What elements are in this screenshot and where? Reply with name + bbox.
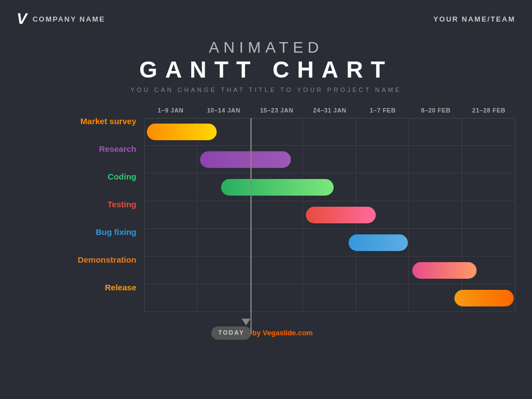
column-headers: 1–9 JAN10–14 JAN15–23 JAN24–31 JAN1–7 FE… [144,107,515,114]
grid-cell-6-2 [250,284,303,311]
footer: Template by Vegaslide.com [0,329,532,337]
grid-cell-1-5 [409,146,462,173]
title-subtitle: YOU CAN CHANGE THAT TITLE TO YOUR PROJEC… [0,86,532,93]
grid-cell-5-6 [462,257,515,284]
task-label-row-1: Research [17,135,144,162]
grid-cell-0-5 [409,119,462,145]
grid-cell-3-3 [303,201,356,228]
grid-cell-1-0 [145,146,197,173]
task-labels: Market surveyResearchCodingTestingBug fi… [17,107,144,312]
grid-cell-3-5 [409,201,462,228]
grid-row-3 [145,201,515,229]
title-line1: ANIMATED [0,39,532,57]
col-header-3: 24–31 JAN [303,107,356,114]
task-label-row-4: Bug fixing [17,218,144,245]
grid-cell-5-5 [409,257,462,284]
grid-cell-3-2 [250,201,303,228]
col-header-5: 8–20 FEB [410,107,463,114]
grid-cell-1-1 [197,146,250,173]
task-label-row-0: Market survey [17,107,144,135]
grid-cell-4-3 [303,229,356,256]
grid-cell-6-4 [356,284,409,311]
grid-rows: TODAY [144,118,515,312]
grid-cell-6-5 [409,284,462,311]
grid-cell-4-0 [145,229,197,256]
grid-cell-2-2 [250,173,303,201]
col-header-6: 21–28 FEB [462,107,515,114]
grid-cell-4-5 [409,229,462,256]
chart-container: Market surveyResearchCodingTestingBug fi… [17,107,515,312]
task-label-row-3: Testing [17,190,144,218]
grid-cell-1-4 [356,146,409,173]
grid-cell-2-6 [462,173,515,201]
task-label-3: Testing [108,200,136,209]
grid-cell-3-6 [462,201,515,228]
grid-cell-6-6 [462,284,515,311]
task-label-5: Demonstration [78,255,136,264]
chart-grid-area: 1–9 JAN10–14 JAN15–23 JAN24–31 JAN1–7 FE… [144,107,515,312]
grid-row-5 [145,257,515,284]
grid-cell-0-0 [145,119,197,145]
grid-cell-2-3 [303,173,356,201]
footer-text: Template by [219,329,263,337]
grid-cell-3-1 [197,201,250,228]
logo-area: V COMPANY NAME [17,10,105,28]
grid-cell-1-2 [250,146,303,173]
title-section: ANIMATED GANTT CHART YOU CAN CHANGE THAT… [0,28,532,99]
task-label-row-2: Coding [17,162,144,190]
title-line2: GANTT CHART [0,57,532,83]
task-label-4: Bug fixing [96,227,136,237]
grid-cell-6-3 [303,284,356,311]
grid-cell-2-0 [145,173,197,201]
grid-cell-0-3 [303,119,356,145]
footer-brand: Vegaslide.com [263,329,313,337]
company-name: COMPANY NAME [33,15,105,23]
grid-cell-0-6 [462,119,515,145]
grid-cell-4-4 [356,229,409,256]
col-header-1: 10–14 JAN [197,107,250,114]
grid-row-4 [145,229,515,257]
grid-cell-0-2 [250,119,303,145]
grid-cell-5-2 [250,257,303,284]
grid-cell-0-4 [356,119,409,145]
grid-cell-0-1 [197,119,250,145]
task-label-row-6: Release [17,273,144,301]
grid-cell-5-4 [356,257,409,284]
col-header-2: 15–23 JAN [250,107,303,114]
grid-cell-6-0 [145,284,197,311]
team-name: YOUR NAME/TEAM [433,15,515,23]
today-triangle-icon [242,319,250,325]
grid-cell-2-1 [197,173,250,201]
col-header-0: 1–9 JAN [144,107,197,114]
grid-row-2 [145,173,515,201]
logo-icon: V [17,10,27,28]
grid-cell-4-1 [197,229,250,256]
grid-cell-3-4 [356,201,409,228]
grid-row-6 [145,284,515,312]
grid-cell-2-4 [356,173,409,201]
task-label-6: Release [105,283,136,292]
grid-cell-2-5 [409,173,462,201]
grid-cell-5-3 [303,257,356,284]
col-header-4: 1–7 FEB [356,107,410,114]
grid-cell-4-2 [250,229,303,256]
task-label-2: Coding [108,172,136,181]
task-label-row-5: Demonstration [17,245,144,273]
grid-cell-5-1 [197,257,250,284]
grid-cell-6-1 [197,284,250,311]
grid-cell-1-3 [303,146,356,173]
grid-row-1 [145,146,515,173]
task-label-0: Market survey [80,116,136,126]
grid-cell-4-6 [462,229,515,256]
grid-cell-5-0 [145,257,197,284]
grid-row-0 [145,118,515,146]
grid-cell-1-6 [462,146,515,173]
task-label-1: Research [99,144,136,154]
grid-cell-3-0 [145,201,197,228]
